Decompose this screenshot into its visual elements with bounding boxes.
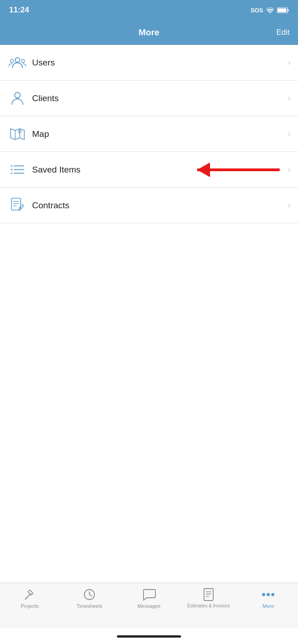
svg-point-5 (22, 59, 25, 62)
saved-items-chevron: › (288, 165, 291, 174)
wifi-icon (266, 7, 274, 13)
clients-chevron: › (288, 93, 291, 103)
carrier-label: SOS (251, 7, 263, 14)
tab-item-more[interactable]: More (238, 588, 298, 609)
map-icon (7, 127, 28, 141)
svg-point-33 (271, 593, 275, 596)
nav-bar: More Edit (0, 20, 298, 45)
svg-point-32 (267, 593, 270, 596)
users-chevron: › (288, 58, 291, 67)
menu-item-clients[interactable]: Clients › (0, 81, 298, 116)
estimates-invoices-tab-icon (202, 588, 215, 601)
edit-button[interactable]: Edit (276, 28, 290, 37)
tab-item-projects[interactable]: Projects (0, 588, 60, 609)
map-label: Map (32, 129, 284, 139)
menu-item-users[interactable]: Users › (0, 45, 298, 81)
messages-tab-icon (142, 588, 156, 601)
home-indicator (0, 628, 298, 644)
svg-rect-27 (204, 589, 213, 601)
more-tab-icon (261, 588, 275, 601)
svg-rect-1 (288, 9, 289, 11)
more-tab-label: More (262, 603, 274, 609)
red-arrow-annotation (183, 161, 280, 179)
status-bar: 11:24 SOS (0, 0, 298, 20)
svg-point-3 (15, 58, 20, 62)
contracts-icon (7, 197, 28, 214)
menu-item-saved-items[interactable]: Saved Items › (0, 152, 298, 188)
users-label: Users (32, 58, 284, 68)
svg-line-23 (25, 597, 27, 599)
nav-title: More (138, 27, 159, 38)
tab-item-timesheets[interactable]: Timesheets (60, 588, 119, 609)
projects-tab-label: Projects (21, 603, 39, 609)
status-time: 11:24 (9, 5, 29, 15)
contracts-chevron: › (288, 200, 291, 210)
contracts-label: Contracts (32, 200, 284, 211)
tab-item-messages[interactable]: Messages (119, 588, 179, 609)
tab-bar: Projects Timesheets Messages (0, 583, 298, 628)
svg-point-4 (11, 59, 14, 62)
menu-list: Users › Clients › Map › (0, 45, 298, 403)
svg-rect-10 (11, 165, 12, 167)
svg-point-31 (262, 593, 265, 596)
status-icons: SOS (251, 7, 289, 14)
map-chevron: › (288, 129, 291, 139)
svg-line-26 (89, 595, 92, 596)
timesheets-tab-label: Timesheets (77, 603, 102, 609)
home-bar (117, 635, 181, 638)
menu-item-map[interactable]: Map › (0, 116, 298, 152)
svg-marker-17 (197, 162, 210, 177)
users-icon (7, 56, 28, 70)
content-spacer (0, 403, 298, 583)
svg-rect-11 (11, 169, 12, 170)
clients-icon (7, 91, 28, 106)
svg-rect-22 (28, 590, 33, 595)
saved-items-icon (7, 163, 28, 177)
timesheets-tab-icon (83, 588, 96, 601)
clients-label: Clients (32, 93, 284, 103)
tab-item-estimates-invoices[interactable]: Estimates & Invoices (179, 588, 238, 608)
menu-item-contracts[interactable]: Contracts › (0, 188, 298, 223)
svg-point-6 (15, 92, 20, 98)
messages-tab-label: Messages (138, 603, 160, 609)
estimates-invoices-tab-label: Estimates & Invoices (188, 603, 230, 608)
projects-tab-icon (23, 588, 37, 601)
svg-rect-12 (11, 173, 12, 174)
svg-rect-2 (278, 8, 287, 12)
battery-icon (277, 7, 289, 13)
